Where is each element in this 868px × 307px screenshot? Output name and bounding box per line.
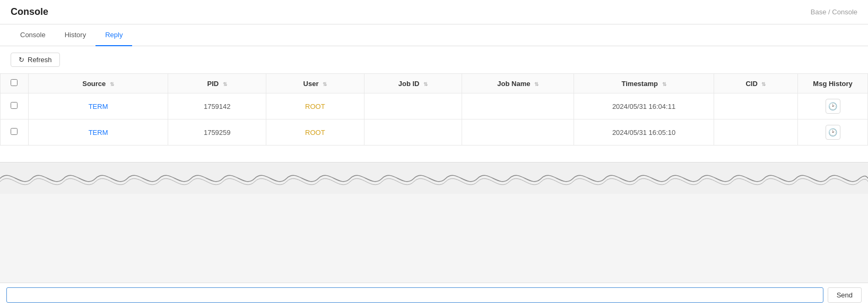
wave-svg bbox=[0, 163, 868, 194]
page-title: Console bbox=[11, 6, 48, 18]
tab-history[interactable]: History bbox=[55, 24, 96, 46]
refresh-icon: ↻ bbox=[19, 56, 24, 64]
page-header: Console Base / Console bbox=[0, 0, 868, 24]
table-body: TERM 1759142 ROOT 2024/05/31 16:04:11 🕑 … bbox=[1, 93, 868, 146]
sort-icon-jobid: ⇅ bbox=[423, 81, 428, 87]
console-input[interactable] bbox=[6, 287, 823, 303]
row-user: ROOT bbox=[266, 120, 364, 146]
input-bar: Send bbox=[0, 283, 868, 307]
col-user[interactable]: User ⇅ bbox=[266, 74, 364, 93]
content-area: ↻ Refresh Source ⇅ PID ⇅ bbox=[0, 46, 868, 307]
table-row: TERM 1759142 ROOT 2024/05/31 16:04:11 🕑 bbox=[1, 93, 868, 120]
col-msghistory: Msg History bbox=[798, 74, 868, 93]
row-msghistory: 🕑 bbox=[798, 120, 868, 146]
row-checkbox-cell bbox=[1, 120, 29, 146]
refresh-label: Refresh bbox=[28, 56, 52, 64]
breadcrumb: Base / Console bbox=[811, 8, 857, 16]
select-all-checkbox[interactable] bbox=[11, 79, 18, 86]
toolbar: ↻ Refresh bbox=[0, 46, 868, 73]
col-jobname[interactable]: Job Name ⇅ bbox=[462, 74, 574, 93]
row-timestamp: 2024/05/31 16:04:11 bbox=[574, 93, 714, 120]
wave-divider bbox=[0, 162, 868, 194]
row-jobid bbox=[364, 120, 462, 146]
sort-icon-user: ⇅ bbox=[323, 81, 327, 87]
row-source: TERM bbox=[28, 93, 168, 120]
row-checkbox-cell bbox=[1, 93, 29, 120]
bottom-panel bbox=[0, 194, 868, 283]
table-container: Source ⇅ PID ⇅ User ⇅ Job ID ⇅ bbox=[0, 73, 868, 162]
row-jobid bbox=[364, 93, 462, 120]
col-timestamp[interactable]: Timestamp ⇅ bbox=[574, 74, 714, 93]
sort-icon-pid: ⇅ bbox=[223, 81, 227, 87]
row-jobname bbox=[462, 93, 574, 120]
sort-icon-jobname: ⇅ bbox=[534, 81, 539, 87]
row-pid: 1759142 bbox=[168, 93, 266, 120]
tab-reply[interactable]: Reply bbox=[96, 24, 132, 46]
col-cid[interactable]: CID ⇅ bbox=[714, 74, 797, 93]
tabs-bar: Console History Reply bbox=[0, 24, 868, 46]
sort-icon-source: ⇅ bbox=[110, 81, 114, 87]
table-header-row: Source ⇅ PID ⇅ User ⇅ Job ID ⇅ bbox=[1, 74, 868, 93]
col-jobid[interactable]: Job ID ⇅ bbox=[364, 74, 462, 93]
row-jobname bbox=[462, 120, 574, 146]
sort-icon-timestamp: ⇅ bbox=[662, 81, 666, 87]
row-checkbox[interactable] bbox=[11, 128, 18, 135]
history-clock-icon: 🕑 bbox=[828, 102, 837, 110]
row-msghistory: 🕑 bbox=[798, 93, 868, 120]
main-table: Source ⇅ PID ⇅ User ⇅ Job ID ⇅ bbox=[0, 73, 868, 146]
col-pid[interactable]: PID ⇅ bbox=[168, 74, 266, 93]
row-pid: 1759259 bbox=[168, 120, 266, 146]
select-all-col bbox=[1, 74, 29, 93]
table-row: TERM 1759259 ROOT 2024/05/31 16:05:10 🕑 bbox=[1, 120, 868, 146]
send-button[interactable]: Send bbox=[828, 287, 862, 303]
refresh-button[interactable]: ↻ Refresh bbox=[11, 53, 60, 67]
tab-console[interactable]: Console bbox=[11, 24, 55, 46]
sort-icon-cid: ⇅ bbox=[761, 81, 766, 87]
msg-history-button[interactable]: 🕑 bbox=[826, 125, 840, 140]
row-user: ROOT bbox=[266, 93, 364, 120]
row-source: TERM bbox=[28, 120, 168, 146]
row-cid bbox=[714, 120, 797, 146]
breadcrumb-base: Base bbox=[811, 8, 827, 16]
row-timestamp: 2024/05/31 16:05:10 bbox=[574, 120, 714, 146]
row-checkbox[interactable] bbox=[11, 102, 18, 109]
row-cid bbox=[714, 93, 797, 120]
breadcrumb-current: Console bbox=[832, 8, 857, 16]
history-clock-icon: 🕑 bbox=[828, 128, 837, 137]
col-source[interactable]: Source ⇅ bbox=[28, 74, 168, 93]
msg-history-button[interactable]: 🕑 bbox=[826, 99, 840, 114]
